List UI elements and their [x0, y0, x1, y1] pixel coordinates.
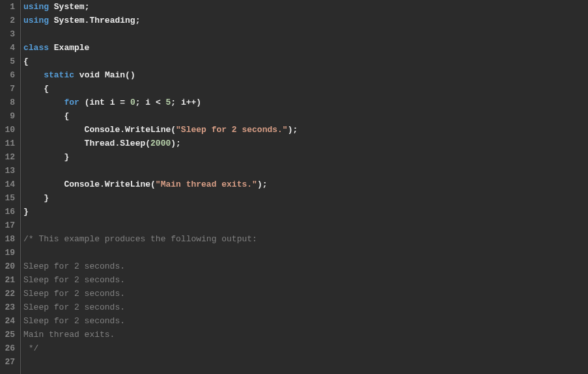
- token: using: [23, 2, 54, 12]
- token: Sleep for 2 seconds.: [23, 289, 125, 299]
- code-line[interactable]: Thread.Sleep(2000);: [23, 137, 588, 150]
- code-line[interactable]: [23, 219, 588, 232]
- token: Example: [54, 43, 90, 53]
- code-line[interactable]: class Example: [23, 41, 588, 55]
- code-line[interactable]: }: [23, 191, 588, 205]
- line-number: 14: [0, 178, 18, 191]
- token: System: [54, 2, 85, 12]
- line-number: 1: [0, 0, 18, 14]
- token: {: [23, 84, 49, 94]
- token: void: [79, 70, 100, 80]
- code-line[interactable]: static void Main(): [23, 68, 588, 82]
- token: Sleep for 2 seconds.: [23, 316, 125, 326]
- token: Sleep for 2 seconds.: [23, 302, 125, 312]
- token: 2000: [150, 139, 171, 148]
- code-editor[interactable]: 1234567891011121314151617181920212223242…: [0, 0, 588, 374]
- token: [23, 70, 44, 80]
- line-number: 27: [0, 355, 18, 369]
- line-number: 19: [0, 246, 18, 260]
- code-line[interactable]: {: [23, 82, 588, 96]
- token: }: [23, 193, 49, 203]
- token: */: [23, 343, 38, 353]
- token: }: [23, 207, 29, 217]
- token: ; i <: [135, 98, 166, 107]
- token: Console.WriteLine(: [23, 180, 156, 189]
- line-number: 7: [0, 82, 18, 96]
- gutter: 1234567891011121314151617181920212223242…: [0, 0, 21, 374]
- line-number: 17: [0, 219, 18, 232]
- token: [74, 70, 79, 80]
- line-number: 13: [0, 164, 18, 178]
- code-line[interactable]: */: [23, 341, 588, 355]
- token: ;: [85, 2, 90, 12]
- line-number: 23: [0, 301, 18, 314]
- token: Main(): [105, 70, 135, 80]
- code-line[interactable]: [23, 355, 588, 369]
- line-number: 5: [0, 55, 18, 68]
- token: );: [171, 139, 181, 148]
- code-line[interactable]: Sleep for 2 seconds.: [23, 287, 588, 301]
- token: Console.WriteLine(: [23, 125, 176, 135]
- code-line[interactable]: Sleep for 2 seconds.: [23, 314, 588, 328]
- token: ;: [135, 16, 141, 25]
- line-number: 12: [0, 150, 18, 164]
- token: }: [23, 152, 69, 162]
- code-line[interactable]: Main thread exits.: [23, 328, 588, 341]
- token: System.Threading: [54, 16, 135, 25]
- code-line[interactable]: {: [23, 109, 588, 123]
- code-line[interactable]: }: [23, 150, 588, 164]
- line-number: 6: [0, 68, 18, 82]
- code-line[interactable]: {: [23, 55, 588, 68]
- code-line[interactable]: for (int i = 0; i < 5; i++): [23, 96, 588, 109]
- token: using: [23, 16, 54, 25]
- code-line[interactable]: Console.WriteLine("Main thread exits.");: [23, 178, 588, 191]
- token: class: [23, 43, 54, 53]
- line-number: 20: [0, 260, 18, 273]
- code-area[interactable]: using System;using System.Threading;clas…: [21, 0, 588, 374]
- token: static: [44, 70, 74, 80]
- line-number: 26: [0, 341, 18, 355]
- code-line[interactable]: [23, 246, 588, 260]
- token: /* This example produces the following o…: [23, 234, 257, 244]
- token: Thread.Sleep(: [23, 139, 150, 148]
- token: [100, 70, 105, 80]
- line-number: 9: [0, 109, 18, 123]
- code-line[interactable]: }: [23, 205, 588, 219]
- token: [23, 98, 64, 107]
- code-line[interactable]: [23, 164, 588, 178]
- line-number: 3: [0, 27, 18, 41]
- token: i =: [105, 98, 130, 107]
- token: {: [23, 57, 29, 66]
- token: for: [64, 98, 79, 107]
- line-number: 2: [0, 14, 18, 27]
- token: [79, 98, 85, 107]
- code-line[interactable]: Console.WriteLine("Sleep for 2 seconds."…: [23, 123, 588, 137]
- token: );: [288, 125, 298, 135]
- line-number: 18: [0, 232, 18, 246]
- token: 0: [130, 98, 135, 107]
- line-number: 25: [0, 328, 18, 341]
- code-line[interactable]: Sleep for 2 seconds.: [23, 260, 588, 273]
- line-number: 24: [0, 314, 18, 328]
- code-line[interactable]: Sleep for 2 seconds.: [23, 273, 588, 287]
- line-number: 8: [0, 96, 18, 109]
- token: "Main thread exits.": [156, 180, 257, 189]
- line-number: 11: [0, 137, 18, 150]
- token: ; i++): [171, 98, 201, 107]
- token: Sleep for 2 seconds.: [23, 275, 125, 285]
- code-line[interactable]: using System.Threading;: [23, 14, 588, 27]
- code-line[interactable]: Sleep for 2 seconds.: [23, 301, 588, 314]
- code-line[interactable]: [23, 27, 588, 41]
- token: "Sleep for 2 seconds.": [176, 125, 288, 135]
- line-number: 10: [0, 123, 18, 137]
- line-number: 22: [0, 287, 18, 301]
- line-number: 15: [0, 191, 18, 205]
- token: int: [89, 98, 104, 107]
- line-number: 4: [0, 41, 18, 55]
- line-number: 16: [0, 205, 18, 219]
- token: Sleep for 2 seconds.: [23, 261, 125, 271]
- code-line[interactable]: using System;: [23, 0, 588, 14]
- line-number: 21: [0, 273, 18, 287]
- token: );: [257, 180, 268, 189]
- code-line[interactable]: /* This example produces the following o…: [23, 232, 588, 246]
